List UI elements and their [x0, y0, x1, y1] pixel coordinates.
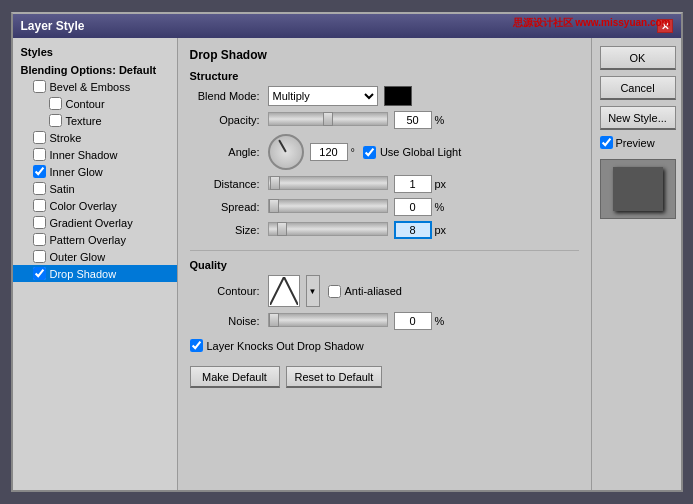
sidebar-item-drop-shadow[interactable]: Drop Shadow	[13, 265, 177, 282]
bevel-checkbox[interactable]	[33, 80, 46, 93]
spread-slider-container	[268, 199, 388, 215]
main-content: Drop Shadow Structure Blend Mode: Multip…	[178, 38, 591, 490]
reset-default-button[interactable]: Reset to Default	[286, 366, 383, 388]
angle-input[interactable]	[310, 143, 348, 161]
sidebar-item-pattern-overlay[interactable]: Pattern Overlay	[13, 231, 177, 248]
sidebar-item-color-overlay[interactable]: Color Overlay	[13, 197, 177, 214]
spread-input[interactable]	[394, 198, 432, 216]
preview-label[interactable]: Preview	[600, 136, 673, 149]
stroke-checkbox[interactable]	[33, 131, 46, 144]
texture-label: Texture	[66, 115, 102, 127]
sidebar-item-outer-glow[interactable]: Outer Glow	[13, 248, 177, 265]
contour-control: ▼ Anti-aliased	[268, 275, 402, 307]
outer-glow-checkbox[interactable]	[33, 250, 46, 263]
preview-text: Preview	[616, 137, 655, 149]
angle-dial[interactable]	[268, 134, 304, 170]
sidebar-title: Styles	[13, 44, 177, 62]
sidebar-item-bevel[interactable]: Bevel & Emboss	[13, 78, 177, 95]
spread-slider[interactable]	[268, 199, 388, 213]
distance-label: Distance:	[190, 178, 260, 190]
inner-glow-label: Inner Glow	[50, 166, 103, 178]
blending-options-title[interactable]: Blending Options: Default	[13, 62, 177, 78]
contour-label: Contour	[66, 98, 105, 110]
drop-shadow-checkbox[interactable]	[33, 267, 46, 280]
opacity-slider[interactable]	[268, 112, 388, 126]
opacity-unit: %	[435, 114, 445, 126]
gradient-overlay-checkbox[interactable]	[33, 216, 46, 229]
cancel-button[interactable]: Cancel	[600, 76, 676, 100]
sidebar-item-contour[interactable]: Contour	[13, 95, 177, 112]
angle-row: Angle: ° Use Global Light	[190, 134, 579, 170]
contour-preview[interactable]	[268, 275, 300, 307]
noise-input[interactable]	[394, 312, 432, 330]
layer-knockout-label[interactable]: Layer Knocks Out Drop Shadow	[190, 339, 364, 352]
texture-checkbox[interactable]	[49, 114, 62, 127]
shadow-color-swatch[interactable]	[384, 86, 412, 106]
blend-mode-row: Blend Mode: Multiply Normal Screen Overl…	[190, 86, 579, 106]
contour-label: Contour:	[190, 285, 260, 297]
ok-button[interactable]: OK	[600, 46, 676, 70]
noise-slider-container	[268, 313, 388, 329]
spread-row: Spread: %	[190, 198, 579, 216]
color-overlay-checkbox[interactable]	[33, 199, 46, 212]
contour-dropdown-button[interactable]: ▼	[306, 275, 320, 307]
right-buttons: OK Cancel New Style... Preview	[591, 38, 681, 490]
satin-label: Satin	[50, 183, 75, 195]
section-title: Drop Shadow	[190, 48, 579, 62]
quality-title: Quality	[190, 259, 579, 271]
inner-shadow-checkbox[interactable]	[33, 148, 46, 161]
angle-needle	[278, 139, 287, 152]
blend-mode-label: Blend Mode:	[190, 90, 260, 102]
distance-slider[interactable]	[268, 176, 388, 190]
watermark: 思源设计社区 www.missyuan.com	[513, 16, 671, 30]
sidebar-item-gradient-overlay[interactable]: Gradient Overlay	[13, 214, 177, 231]
inner-shadow-label: Inner Shadow	[50, 149, 118, 161]
outer-glow-label: Outer Glow	[50, 251, 106, 263]
sidebar-item-inner-shadow[interactable]: Inner Shadow	[13, 146, 177, 163]
sidebar-item-inner-glow[interactable]: Inner Glow	[13, 163, 177, 180]
distance-unit: px	[435, 178, 447, 190]
contour-row: Contour: ▼ Anti-aliased	[190, 275, 579, 307]
noise-slider[interactable]	[268, 313, 388, 327]
pattern-overlay-label: Pattern Overlay	[50, 234, 126, 246]
color-overlay-label: Color Overlay	[50, 200, 117, 212]
opacity-input[interactable]	[394, 111, 432, 129]
new-style-button[interactable]: New Style...	[600, 106, 676, 130]
bevel-label: Bevel & Emboss	[50, 81, 131, 93]
anti-aliased-label[interactable]: Anti-aliased	[328, 285, 402, 298]
sidebar: Styles Blending Options: Default Bevel &…	[13, 38, 178, 490]
size-slider-container	[268, 222, 388, 238]
opacity-row: Opacity: %	[190, 111, 579, 129]
satin-checkbox[interactable]	[33, 182, 46, 195]
pattern-overlay-checkbox[interactable]	[33, 233, 46, 246]
sidebar-item-satin[interactable]: Satin	[13, 180, 177, 197]
anti-aliased-text: Anti-aliased	[345, 285, 402, 297]
use-global-light-checkbox[interactable]	[363, 146, 376, 159]
global-light-text: Use Global Light	[380, 146, 461, 158]
sidebar-item-stroke[interactable]: Stroke	[13, 129, 177, 146]
divider	[190, 250, 579, 251]
inner-glow-checkbox[interactable]	[33, 165, 46, 178]
layer-knockout-checkbox[interactable]	[190, 339, 203, 352]
structure-subtitle: Structure	[190, 70, 579, 82]
drop-shadow-label: Drop Shadow	[50, 268, 117, 280]
distance-row: Distance: px	[190, 175, 579, 193]
dialog-title: Layer Style	[21, 19, 85, 33]
stroke-label: Stroke	[50, 132, 82, 144]
blend-mode-select[interactable]: Multiply Normal Screen Overlay	[268, 86, 378, 106]
anti-aliased-checkbox[interactable]	[328, 285, 341, 298]
distance-input[interactable]	[394, 175, 432, 193]
bottom-buttons: Make Default Reset to Default	[190, 362, 579, 388]
size-slider[interactable]	[268, 222, 388, 236]
preview-inner	[613, 167, 663, 211]
preview-checkbox[interactable]	[600, 136, 613, 149]
sidebar-item-texture[interactable]: Texture	[13, 112, 177, 129]
layer-knockout-text: Layer Knocks Out Drop Shadow	[207, 340, 364, 352]
make-default-button[interactable]: Make Default	[190, 366, 280, 388]
size-input[interactable]	[394, 221, 432, 239]
contour-checkbox[interactable]	[49, 97, 62, 110]
opacity-slider-container	[268, 112, 388, 128]
angle-label: Angle:	[190, 146, 260, 158]
size-label: Size:	[190, 224, 260, 236]
global-light-label[interactable]: Use Global Light	[363, 146, 461, 159]
